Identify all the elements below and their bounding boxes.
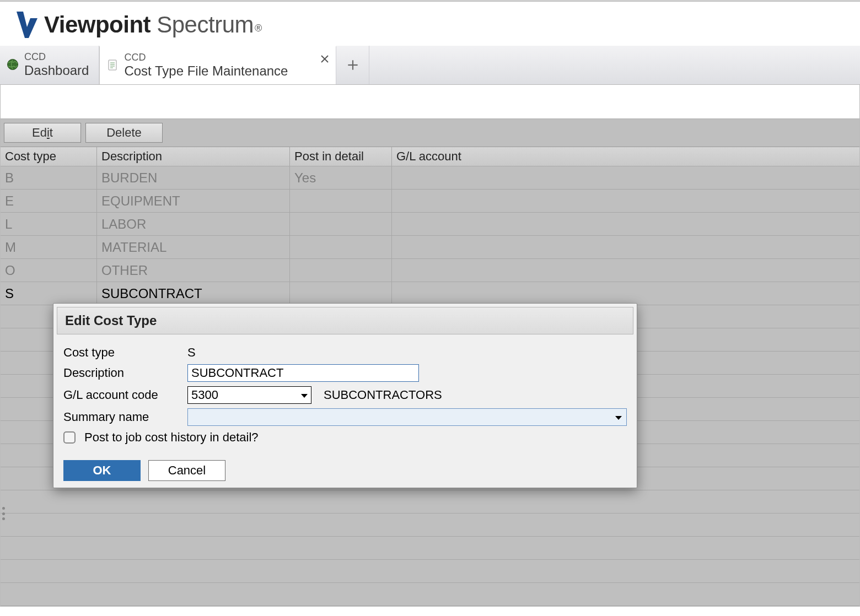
app-title: Viewpoint Spectrum® <box>44 12 261 38</box>
label-gl-code: G/L account code <box>63 388 187 402</box>
edit-cost-type-dialog: Edit Cost Type Cost type S Description G… <box>53 303 637 488</box>
cell-post <box>290 236 392 258</box>
cell-costtype: O <box>1 259 97 282</box>
viewpoint-logo-icon <box>15 12 37 38</box>
plus-icon <box>346 58 360 72</box>
cell-post <box>290 190 392 212</box>
cell-costtype: S <box>1 282 97 305</box>
close-icon[interactable] <box>319 53 330 64</box>
dialog-title: Edit Cost Type <box>57 307 633 334</box>
table-row[interactable]: S SUBCONTRACT <box>1 282 859 305</box>
cell-gl <box>392 166 859 189</box>
table-row[interactable]: E EQUIPMENT <box>1 190 859 213</box>
table-row[interactable]: M MATERIAL <box>1 236 859 259</box>
form-row-gl-code: G/L account code SUBCONTRACTORS <box>63 386 627 404</box>
cell-gl <box>392 213 859 235</box>
description-input[interactable] <box>187 364 419 382</box>
app-logo-row: Viewpoint Spectrum® <box>0 2 860 46</box>
form-row-description: Description <box>63 364 627 382</box>
cell-post <box>290 259 392 282</box>
cell-description: SUBCONTRACT <box>97 282 290 305</box>
tab-dashboard[interactable]: CCD Dashboard <box>0 46 99 84</box>
table-row[interactable]: L LABOR <box>1 213 859 236</box>
add-tab-button[interactable] <box>336 46 369 84</box>
cell-gl <box>392 190 859 212</box>
cell-description: OTHER <box>97 259 290 282</box>
app-title-dot: ® <box>255 23 262 34</box>
form-row-post-detail: Post to job cost history in detail? <box>63 430 627 445</box>
table-row[interactable]: B BURDEN Yes <box>1 166 859 190</box>
globe-icon <box>7 58 19 71</box>
empty-row <box>1 560 859 583</box>
summary-name-input[interactable] <box>187 408 627 426</box>
post-detail-checkbox[interactable] <box>63 431 76 444</box>
tab-main-label: Cost Type File Maintenance <box>124 63 288 79</box>
label-post-detail: Post to job cost history in detail? <box>84 430 259 445</box>
document-icon <box>106 59 119 71</box>
tab-bar: CCD Dashboard CCD Cost Type File Mainten… <box>0 46 860 85</box>
app-title-bold: Viewpoint <box>44 12 150 37</box>
value-costtype: S <box>187 345 196 360</box>
cell-costtype: B <box>1 166 97 189</box>
cell-gl <box>392 259 859 282</box>
cell-gl <box>392 282 859 305</box>
cell-costtype: M <box>1 236 97 258</box>
cell-costtype: E <box>1 190 97 212</box>
column-header-costtype[interactable]: Cost type <box>1 147 97 166</box>
form-row-summary: Summary name <box>63 408 627 426</box>
label-description: Description <box>63 366 187 380</box>
empty-row <box>1 514 859 537</box>
svg-point-0 <box>8 60 18 70</box>
svg-rect-1 <box>109 60 116 70</box>
table-header: Cost type Description Post in detail G/L… <box>1 147 859 166</box>
tab-main-label: Dashboard <box>24 63 89 78</box>
dialog-body: Cost type S Description G/L account code… <box>53 338 637 488</box>
cell-costtype: L <box>1 213 97 235</box>
blank-toolbar-area <box>1 85 859 119</box>
tab-sub-label: CCD <box>124 52 288 63</box>
table-row[interactable]: O OTHER <box>1 259 859 282</box>
tab-sub-label: CCD <box>24 51 89 63</box>
cell-gl <box>392 236 859 258</box>
column-header-gl[interactable]: G/L account <box>392 147 859 166</box>
empty-row <box>1 537 859 560</box>
cell-description: EQUIPMENT <box>97 190 290 212</box>
cell-description: MATERIAL <box>97 236 290 258</box>
gl-account-description: SUBCONTRACTORS <box>324 388 442 402</box>
form-row-costtype: Cost type S <box>63 345 627 360</box>
edit-button[interactable]: Edit <box>4 123 81 143</box>
cancel-button[interactable]: Cancel <box>148 460 225 481</box>
resize-grip-icon[interactable] <box>2 507 8 520</box>
delete-button[interactable]: Delete <box>85 123 163 143</box>
cell-post: Yes <box>290 166 392 189</box>
dialog-footer: OK Cancel <box>63 457 627 481</box>
tab-cost-type-file-maintenance[interactable]: CCD Cost Type File Maintenance <box>99 46 336 84</box>
empty-row <box>1 583 859 606</box>
label-summary: Summary name <box>63 410 187 424</box>
cell-description: BURDEN <box>97 166 290 189</box>
ok-button[interactable]: OK <box>63 460 141 481</box>
column-header-description[interactable]: Description <box>97 147 290 166</box>
grid-toolbar: Edit Delete <box>1 119 859 147</box>
column-header-post[interactable]: Post in detail <box>290 147 392 166</box>
cell-description: LABOR <box>97 213 290 235</box>
cell-post <box>290 282 392 305</box>
empty-row <box>1 490 859 514</box>
label-costtype: Cost type <box>63 345 187 360</box>
cell-post <box>290 213 392 235</box>
app-title-light: Spectrum <box>157 12 254 37</box>
gl-account-code-input[interactable] <box>187 386 311 404</box>
